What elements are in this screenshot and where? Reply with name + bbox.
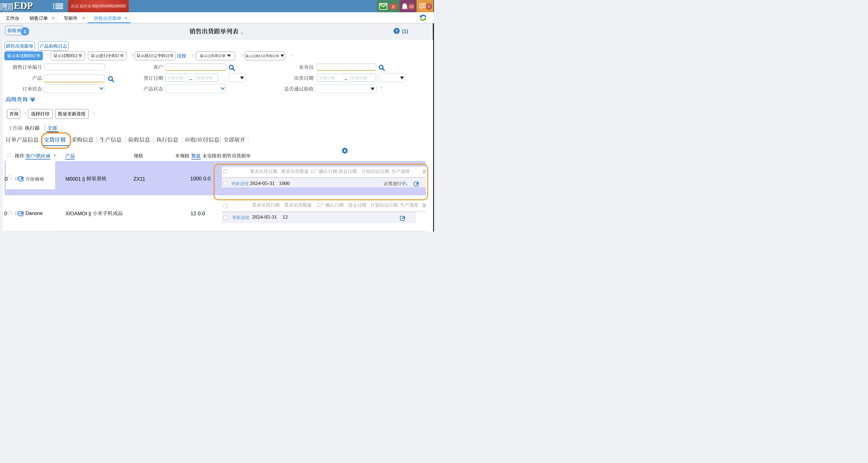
svg-text:?: ? xyxy=(395,29,398,33)
